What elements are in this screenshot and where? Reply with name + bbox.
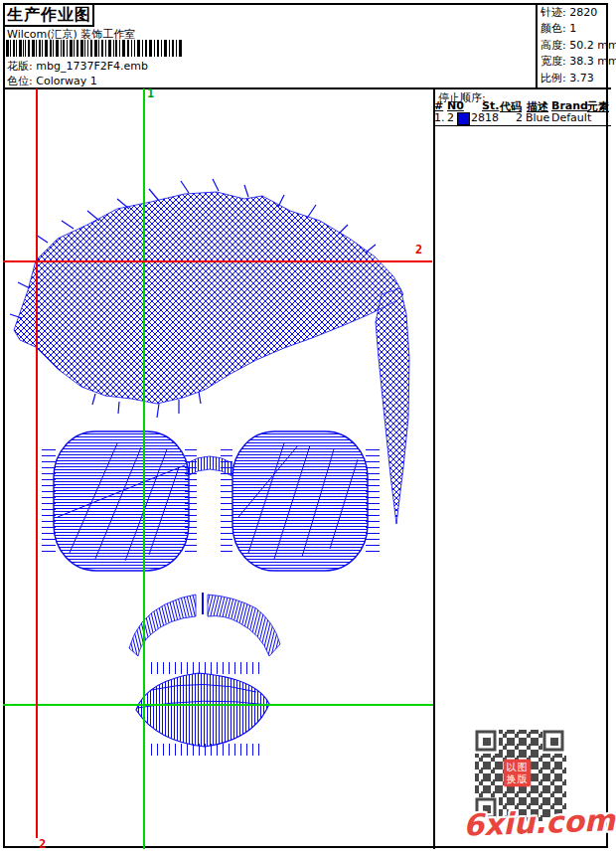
stat-scale: 比例: 3.73 — [540, 71, 616, 86]
barcode — [6, 40, 183, 57]
colorway-line: 色位: Colorway 1 — [7, 74, 97, 88]
sideburn — [376, 288, 409, 524]
row-code: 2 — [516, 111, 523, 124]
qr-finder-top-left — [475, 730, 499, 754]
mustache-left — [129, 595, 196, 656]
marker-label-end-bottom: 2 — [39, 837, 46, 851]
stat-colors: 颜色: 1 — [540, 21, 616, 37]
row-stitches: 2818 — [471, 111, 499, 124]
row-description: Blue — [526, 111, 549, 124]
stat-width: 宽度: 38.3 mm — [540, 54, 616, 70]
embroidery-preview — [3, 88, 433, 850]
hair — [14, 192, 403, 404]
colorway-label: 色位: — [7, 75, 33, 87]
production-worksheet: 生产作业图 Wilcom(汇京) 装饰工作室 花版: mbg_1737F2F4.… — [0, 0, 616, 855]
stamp-line-1: 以图 — [504, 762, 531, 773]
qr-finder-top-right — [542, 730, 566, 754]
marker-label-end-right: 2 — [415, 243, 422, 256]
row-brand: Default — [551, 111, 591, 124]
marker-label-start: 1 — [147, 86, 154, 100]
row-needle: 2 — [447, 111, 454, 124]
axis-red-horizontal — [3, 260, 432, 262]
row-index: 1. — [434, 111, 445, 124]
axis-green-vertical — [143, 88, 145, 849]
panel-separator — [433, 88, 435, 849]
stats-divider — [536, 3, 538, 87]
stat-stitches: 针迹: 2820 — [540, 5, 616, 21]
color-swatch — [457, 112, 470, 125]
sunglasses-right-lens — [232, 431, 368, 571]
pattern-value: mbg_1737F2F4.emb — [36, 60, 148, 73]
panel-bottom-border — [434, 125, 611, 126]
stat-height: 高度: 50.2 mm — [540, 38, 616, 54]
lips-fringe-top — [149, 662, 260, 674]
mustache-right — [208, 595, 280, 656]
sunglasses-left-lens — [54, 431, 189, 571]
axis-green-horizontal — [3, 704, 433, 706]
colorway-value: Colorway 1 — [36, 75, 96, 87]
watermark: 6xiu.com — [462, 802, 612, 842]
stamp-line-2: 换版 — [504, 773, 531, 785]
pattern-file-line: 花版: mbg_1737F2F4.emb — [7, 59, 148, 74]
red-stamp: 以图 换版 — [504, 760, 531, 786]
design-stats: 针迹: 2820 颜色: 1 高度: 50.2 mm 宽度: 38.3 mm 比… — [540, 5, 616, 86]
page-title: 生产作业图 — [3, 3, 94, 27]
axis-red-vertical — [36, 88, 38, 838]
pattern-label: 花版: — [7, 60, 33, 73]
